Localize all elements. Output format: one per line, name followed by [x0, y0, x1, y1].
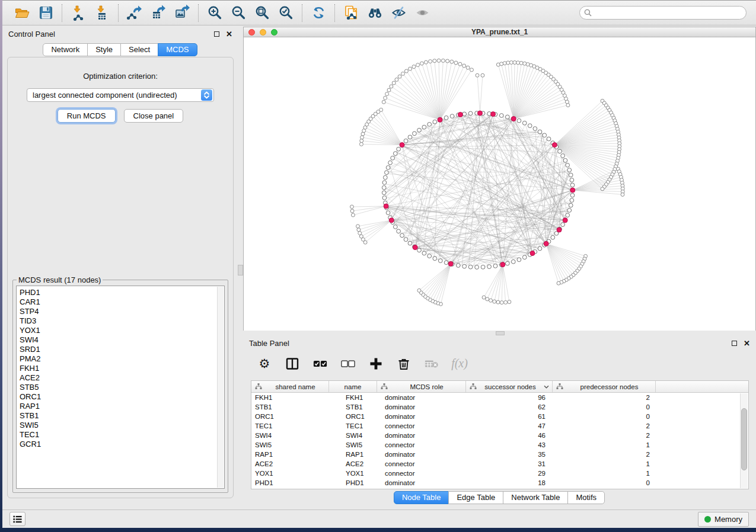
network-graph[interactable]	[244, 37, 755, 331]
tab-style[interactable]: Style	[87, 43, 121, 56]
memory-button[interactable]: Memory	[698, 512, 749, 527]
vertical-splitter-grip[interactable]	[238, 265, 243, 275]
table-row[interactable]: SWI5SWI5connector431	[251, 440, 748, 450]
window-maximize-icon[interactable]	[271, 29, 277, 36]
mcds-result-list[interactable]: PHD1CAR1STP4TID3YOX1SWI4SRD1PMA2FKH1ACE2…	[16, 286, 225, 489]
cell-name: STB1	[329, 403, 377, 411]
zoom-selected-icon[interactable]	[277, 5, 294, 21]
show-column-panel-icon[interactable]	[285, 357, 299, 371]
search-input[interactable]	[595, 9, 742, 17]
table-row[interactable]: ACE2ACE2connector311	[251, 459, 748, 469]
cell-predecessor-nodes: 0	[553, 403, 656, 411]
mcds-list-scrollbar[interactable]	[217, 287, 224, 488]
table-scrollbar[interactable]	[740, 393, 748, 488]
mcds-result-item[interactable]: SRD1	[20, 345, 224, 354]
table-row[interactable]: STB1STB1dominator620	[251, 402, 748, 412]
mcds-result-item[interactable]: TID3	[20, 316, 224, 326]
zoom-in-icon[interactable]	[206, 5, 223, 21]
float-panel-icon[interactable]	[214, 31, 219, 37]
table-row[interactable]: FKH1FKH1dominator962	[251, 393, 748, 402]
mcds-result-item[interactable]: STB5	[20, 383, 224, 392]
cell-shared-name: RAP1	[251, 451, 329, 458]
mcds-result-item[interactable]: STB1	[20, 411, 224, 421]
hide-selected-icon[interactable]	[390, 5, 407, 21]
table-row[interactable]: RAP1RAP1dominator352	[251, 450, 748, 459]
add-column-icon[interactable]	[369, 357, 383, 371]
cell-MCDS-role: dominator	[377, 432, 466, 439]
table-panel-header: Table Panel ✕	[243, 335, 756, 351]
column-header-predecessor-nodes[interactable]: predecessor nodes	[553, 381, 656, 392]
column-header-name[interactable]: name	[329, 381, 377, 392]
zoom-out-icon[interactable]	[230, 5, 247, 21]
table-scrollbar-thumb[interactable]	[741, 408, 747, 470]
mcds-result-item[interactable]: YOX1	[20, 326, 224, 335]
cell-successor-nodes: 62	[466, 403, 553, 411]
save-session-icon[interactable]	[37, 5, 54, 21]
open-file-icon[interactable]	[14, 5, 30, 21]
zoom-fit-icon[interactable]	[254, 5, 270, 21]
close-panel-button[interactable]: Close panel	[124, 109, 184, 123]
network-from-selection-icon[interactable]	[343, 5, 359, 21]
mcds-result-item[interactable]: SWI4	[20, 335, 224, 345]
table-settings-gear-icon[interactable]: ⚙	[257, 357, 272, 371]
export-network-icon[interactable]	[126, 5, 143, 21]
cell-MCDS-role: dominator	[377, 403, 466, 411]
table-row[interactable]: ORC1ORC1dominator610	[251, 412, 748, 421]
run-mcds-button[interactable]: Run MCDS	[58, 109, 116, 123]
cell-successor-nodes: 47	[466, 422, 553, 430]
mcds-result-item[interactable]: RAP1	[20, 402, 224, 411]
export-image-icon[interactable]	[174, 5, 190, 21]
tab-select[interactable]: Select	[120, 43, 158, 56]
table-row[interactable]: SWI4SWI4dominator462	[251, 431, 748, 440]
cell-successor-nodes: 35	[466, 451, 553, 458]
select-all-rows-icon[interactable]	[313, 357, 327, 371]
mcds-result-item[interactable]: CAR1	[20, 297, 224, 307]
import-network-icon[interactable]	[70, 5, 87, 21]
mcds-result-group: MCDS result (17 nodes) PHD1CAR1STP4TID3Y…	[12, 275, 228, 493]
float-table-panel-icon[interactable]	[732, 341, 737, 346]
column-header-successor-nodes[interactable]: successor nodes	[466, 381, 553, 392]
network-window-titlebar[interactable]: YPA_prune.txt_1	[243, 27, 756, 37]
mcds-result-item[interactable]: PHD1	[20, 288, 224, 297]
table-row[interactable]: PHD1PHD1dominator180	[251, 478, 748, 488]
table-row[interactable]: TEC1TEC1connector472	[251, 421, 748, 431]
deselect-all-rows-icon[interactable]	[341, 357, 355, 371]
tab-network[interactable]: Network	[43, 43, 88, 56]
tab-motifs[interactable]: Motifs	[567, 491, 605, 504]
column-header-MCDS-role[interactable]: MCDS role	[377, 381, 466, 392]
search-binoculars-icon[interactable]	[366, 5, 383, 21]
cell-successor-nodes: 43	[466, 441, 553, 448]
optimization-criterion-select[interactable]: largest connected component (undirected)	[27, 88, 214, 102]
task-history-button[interactable]	[9, 512, 25, 526]
table-row[interactable]: YOX1YOX1connector291	[251, 469, 748, 478]
close-table-panel-icon[interactable]: ✕	[744, 341, 750, 346]
apply-layout-icon[interactable]	[310, 5, 327, 21]
mcds-result-item[interactable]: ORC1	[20, 392, 224, 402]
mcds-result-item[interactable]: SWI5	[20, 421, 224, 430]
search-icon	[584, 9, 592, 17]
network-canvas[interactable]	[243, 37, 756, 331]
cell-predecessor-nodes: 2	[553, 451, 656, 458]
cell-predecessor-nodes: 2	[553, 432, 656, 439]
tab-edge-table[interactable]: Edge Table	[448, 491, 503, 504]
mcds-result-item[interactable]: TEC1	[20, 430, 224, 440]
mcds-result-item[interactable]: GCR1	[20, 440, 224, 449]
import-table-icon[interactable]	[94, 5, 110, 21]
mcds-result-item[interactable]: STP4	[20, 307, 224, 316]
table-panel-title: Table Panel	[249, 339, 289, 348]
mcds-result-item[interactable]: PMA2	[20, 354, 224, 364]
tab-node-table[interactable]: Node Table	[394, 491, 449, 504]
mcds-result-item[interactable]: ACE2	[20, 373, 224, 383]
tab-network-table[interactable]: Network Table	[503, 491, 568, 504]
close-panel-icon[interactable]: ✕	[226, 31, 232, 37]
tab-mcds[interactable]: MCDS	[158, 43, 197, 56]
export-table-icon[interactable]	[150, 5, 167, 21]
mcds-result-item[interactable]: FKH1	[20, 364, 224, 373]
horizontal-splitter-grip[interactable]	[496, 331, 505, 335]
search-box[interactable]	[579, 6, 747, 20]
window-minimize-icon[interactable]	[260, 29, 266, 36]
column-header-shared-name[interactable]: shared name	[251, 381, 329, 392]
delete-column-icon[interactable]	[397, 357, 411, 371]
window-close-icon[interactable]	[248, 29, 255, 36]
cell-name: PHD1	[329, 479, 377, 486]
